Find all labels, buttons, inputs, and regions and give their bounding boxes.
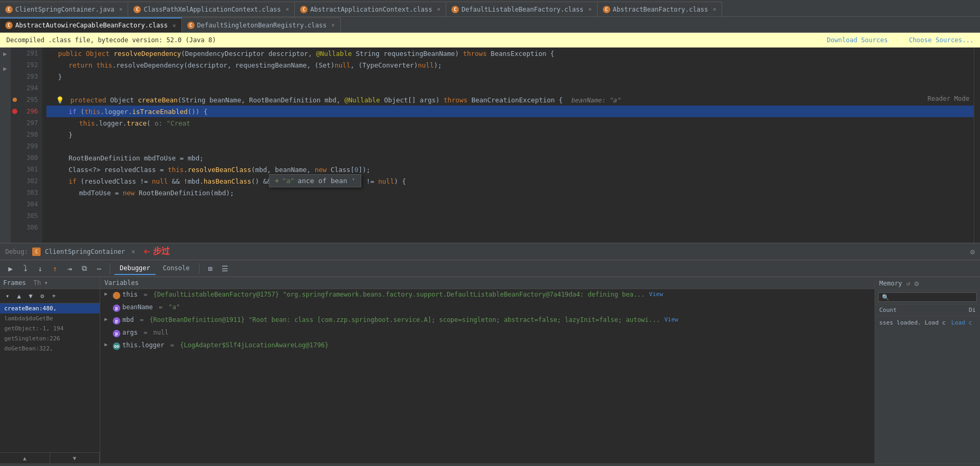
step-over-icon[interactable]: ⤵	[19, 262, 32, 275]
step-indicator: ➜ 步过	[143, 245, 169, 258]
frames-filter-btn[interactable]: ▾	[2, 291, 13, 301]
var-expand-logger[interactable]: ▶	[104, 341, 111, 347]
variables-header: Variables	[100, 277, 875, 289]
notice-bar: Decompiled .class file, bytecode version…	[0, 33, 980, 47]
settings-icon[interactable]: ⚙	[971, 248, 975, 256]
evaluate-icon[interactable]: ⧉	[78, 262, 91, 275]
frames-toolbar: ▾ ▲ ▼ ⚙ +	[0, 289, 100, 303]
frame-item-0[interactable]: createBean:480,	[0, 303, 100, 313]
step-label: 步过	[153, 246, 170, 257]
var-val-mbd: {RootBeanDefinition@1911} "Root bean: cl…	[149, 316, 660, 324]
tab-abstract-app[interactable]: C AbstractApplicationContext.class ×	[295, 2, 446, 16]
frames-up-btn[interactable]: ▲	[14, 291, 24, 301]
tab-close-6[interactable]: ×	[331, 22, 335, 28]
code-lines: public Object resolveDependency(Dependen…	[42, 47, 974, 243]
gutter-icon-1: ▶	[1, 50, 9, 58]
memory-refresh-icon[interactable]: ↺	[906, 280, 910, 287]
frame-item-2[interactable]: getObject:-1, 194	[0, 324, 100, 334]
more-settings-icon[interactable]: ⋯	[93, 262, 105, 275]
debug-content: Frames Th ▾ ▾ ▲ ▼ ⚙ + createBean:480, la…	[0, 277, 980, 463]
code-line-298: }	[46, 129, 974, 140]
line-num-306: 306	[11, 222, 42, 233]
frame-item-4[interactable]: doGetBean:322,	[0, 344, 100, 354]
session-name: ClientSpringContainer	[45, 248, 125, 255]
frames-label: Frames	[3, 279, 26, 287]
tab-close-2[interactable]: ×	[437, 6, 440, 13]
tab-close-4[interactable]: ×	[713, 6, 716, 13]
line-numbers: 291 292 293 294 295 296 297 298 299 300 …	[11, 47, 42, 243]
table-view-btn[interactable]: ⊞	[204, 262, 216, 275]
var-view-mbd[interactable]: View	[664, 316, 678, 323]
tab-client-spring[interactable]: C ClientSpringContainer.java ×	[0, 2, 128, 16]
frames-settings-btn[interactable]: ⚙	[37, 291, 47, 301]
line-num-302: 302	[11, 175, 42, 187]
reader-mode-button[interactable]: Reader Mode	[928, 95, 969, 102]
line-num-303: 303	[11, 187, 42, 198]
line-num-305: 305	[11, 210, 42, 222]
bottom-scrollbar[interactable]	[0, 463, 980, 466]
memory-search-input[interactable]	[878, 292, 977, 302]
var-view-this[interactable]: View	[649, 291, 664, 298]
frames-down-btn[interactable]: ▼	[25, 291, 36, 301]
gutter-icon-2: ▶	[1, 64, 9, 73]
tab-bar-top: C ClientSpringContainer.java × C ClassPa…	[0, 0, 980, 17]
debug-label: Debug:	[5, 248, 28, 255]
frames-add-btn[interactable]: +	[49, 291, 59, 301]
tab-defaultsingleton[interactable]: C DefaultSingletonBeanRegistry.class ×	[182, 17, 341, 32]
frame-item-3[interactable]: getSingleton:226	[0, 334, 100, 344]
tab-classpathxml[interactable]: C ClassPathXmlApplicationContext.class ×	[128, 2, 295, 16]
line-num-296: 296	[11, 106, 42, 117]
thread-dropdown-icon[interactable]: ▾	[44, 279, 48, 287]
settings-btn[interactable]: ☰	[218, 262, 231, 275]
var-expand-mbd[interactable]: ▶	[104, 316, 111, 322]
tab-debugger[interactable]: Debugger	[114, 262, 156, 275]
code-line-297: this.logger.trace( o: "Creat	[46, 117, 974, 129]
var-expand-this[interactable]: ▶	[104, 291, 111, 297]
tab-close-5[interactable]: ×	[172, 22, 176, 29]
tooltip-string: "a"	[282, 177, 294, 185]
load-classes-link[interactable]: Load c	[951, 319, 972, 326]
tab-abstractbean[interactable]: C AbstractBeanFactory.class ×	[598, 2, 722, 16]
memory-settings-icon[interactable]: ⚙	[915, 279, 919, 288]
memory-search-row	[875, 290, 980, 305]
step-out-icon[interactable]: ↑	[49, 262, 61, 275]
run-to-cursor-icon[interactable]: ⇥	[63, 262, 76, 275]
session-icon: C	[32, 248, 41, 256]
tab-close-3[interactable]: ×	[588, 6, 592, 13]
line-num-298: 298	[11, 129, 42, 140]
tab-defaultlistable[interactable]: C DefaultListableBeanFactory.class ×	[446, 2, 598, 16]
code-line-302: if (resolvedClass != null && !mbd.hasBea…	[46, 175, 974, 187]
line-num-292: 292	[11, 59, 42, 71]
thread-label: Th	[33, 279, 41, 287]
var-val-this: {DefaultListableBeanFactory@1757} "org.s…	[153, 291, 645, 298]
code-line-303: mbdToUse = new RootBeanDefinition(mbd);	[46, 187, 974, 198]
frame-item-1[interactable]: lambda$doGetBe	[0, 313, 100, 324]
line-num-295: 295	[11, 94, 42, 106]
class-file-icon-2: C	[300, 6, 308, 13]
var-name-logger: this.logger	[122, 341, 164, 349]
var-this: ▶ this = {DefaultListableBeanFactory@175…	[100, 289, 875, 302]
frames-scroll-up[interactable]: ▲	[0, 453, 50, 463]
code-line-293: }	[46, 71, 974, 82]
line-num-301: 301	[11, 164, 42, 175]
code-line-296: if (this.logger.isTraceEnabled()) {	[46, 106, 974, 117]
step-arrow-icon: ➜	[143, 245, 150, 258]
resume-button[interactable]: ▶	[4, 262, 17, 275]
debug-session-close[interactable]: ×	[131, 248, 135, 255]
memory-status-text: sses loaded. Load c	[879, 319, 946, 326]
tab-close-1[interactable]: ×	[286, 6, 290, 13]
code-line-291: public Object resolveDependency(Dependen…	[46, 47, 974, 59]
var-eq-args: =	[140, 329, 151, 336]
tab-close-0[interactable]: ×	[119, 6, 123, 13]
count-header: Count Di	[875, 305, 980, 316]
step-into-icon[interactable]: ↓	[34, 262, 46, 275]
class-file-icon-4: C	[603, 6, 610, 13]
line-num-293: 293	[11, 71, 42, 82]
debug-panel: Debug: C ClientSpringContainer × ➜ 步过 ⚙ …	[0, 243, 980, 466]
tab-console[interactable]: Console	[158, 262, 195, 275]
debug-toolbar: ▶ ⤵ ↓ ↑ ⇥ ⧉ ⋯ Debugger Console ⊞ ☰	[0, 260, 980, 277]
choose-sources-link[interactable]: Choose Sources...	[909, 36, 974, 44]
tab-abstractautowire[interactable]: C AbstractAutowireCapableBeanFactory.cla…	[0, 17, 182, 32]
frames-scroll-down[interactable]: ▼	[50, 453, 100, 463]
download-sources-link[interactable]: Download Sources	[827, 36, 888, 44]
